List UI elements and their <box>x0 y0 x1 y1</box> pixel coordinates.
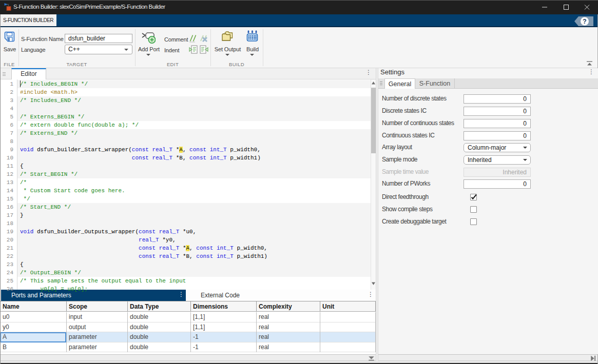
svg-text:?: ? <box>583 18 586 25</box>
